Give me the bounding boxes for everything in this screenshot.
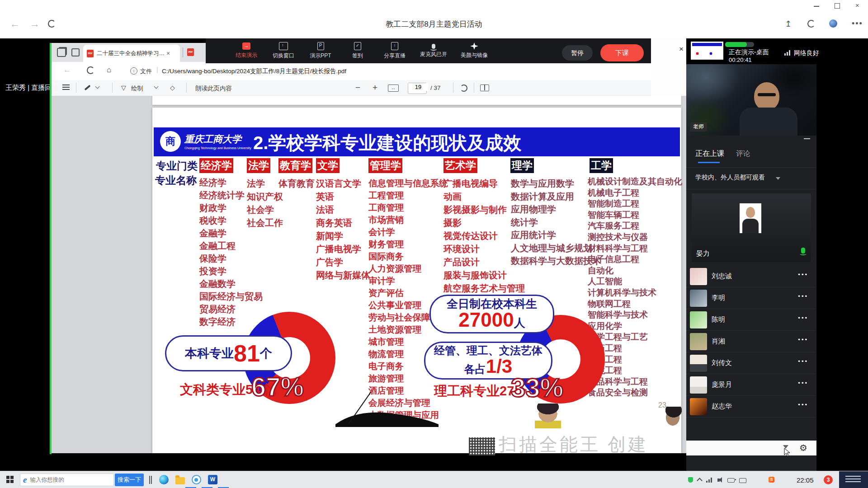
page-number-field[interactable] <box>408 83 428 91</box>
maximize-button[interactable] <box>835 3 840 9</box>
remote-reload-icon[interactable] <box>87 66 94 74</box>
app-icon[interactable] <box>175 477 185 484</box>
collapse-icon[interactable] <box>804 138 810 139</box>
participant-more-icon[interactable]: ••• <box>798 336 808 343</box>
eraser-icon[interactable]: ◇ <box>170 84 175 91</box>
rotate-icon[interactable] <box>460 84 467 92</box>
zoom-in-pdf-icon[interactable]: + <box>373 83 377 93</box>
participant-row[interactable]: 刘传文 ••• <box>686 352 816 374</box>
participant-more-icon[interactable]: ••• <box>798 293 808 300</box>
notification-badge[interactable]: 3 <box>824 475 833 484</box>
presenter-tool[interactable]: 麦克风已开 <box>420 43 447 58</box>
major-item: 投资学 <box>199 265 263 277</box>
slide-thumbnail[interactable] <box>691 42 723 60</box>
participant-more-icon[interactable]: ••• <box>798 358 808 365</box>
profile-avatar-icon[interactable] <box>829 19 837 28</box>
page-view-icon[interactable] <box>480 84 489 91</box>
participant-more-icon[interactable]: ••• <box>798 380 808 386</box>
teacher-webcam[interactable]: 老师 <box>686 64 816 136</box>
zoom-out-icon[interactable]: − <box>355 83 360 93</box>
more-menu-icon[interactable]: ••• <box>852 19 863 28</box>
presenter-tool[interactable]: 签到 <box>346 42 369 60</box>
scanner-watermark: 扫描全能王 创建 <box>499 432 648 457</box>
presenter-tool[interactable]: 美颜与镜像 <box>461 42 488 59</box>
slide-title: 2.学校学科专业建设的现状及成效 <box>253 131 521 155</box>
toc-icon[interactable] <box>62 84 70 90</box>
toolbar-close-icon[interactable]: × <box>679 45 684 54</box>
participant-more-icon[interactable]: ••• <box>798 314 808 321</box>
gear-icon[interactable]: ⚙ <box>799 442 807 453</box>
draw-icon[interactable]: ▽ <box>121 84 126 91</box>
sogou-input-icon[interactable] <box>769 477 774 483</box>
participant-row[interactable]: 肖湘 ••• <box>686 331 816 352</box>
page-total-label: / 37 <box>430 84 441 91</box>
major-item: 汉语言文学 <box>316 177 370 190</box>
remote-back-icon[interactable]: ← <box>63 66 71 75</box>
tray-icon[interactable] <box>697 478 703 483</box>
presenter-tool[interactable]: 演示PPT <box>309 42 332 60</box>
presenter-tool[interactable]: 分享直播 <box>383 42 406 60</box>
back-icon[interactable]: ← <box>10 18 20 30</box>
dismiss-class-button[interactable]: 下课 <box>600 44 644 61</box>
tab-preview-icon[interactable] <box>71 48 80 56</box>
tray-icon[interactable] <box>727 478 735 483</box>
clock[interactable]: 22:05 <box>797 476 814 484</box>
pause-button[interactable]: 暂停 <box>562 45 593 61</box>
minimize-button[interactable] <box>814 6 819 7</box>
search-input[interactable] <box>29 476 111 483</box>
read-aloud-button[interactable]: 朗读此页内容 <box>195 84 232 93</box>
participant-more-icon[interactable]: ••• <box>798 271 808 278</box>
page-number-input[interactable] <box>408 83 427 94</box>
participant-row[interactable]: 刘忠诚 ••• <box>686 266 816 287</box>
browser-tab[interactable]: PDF 二十届三中全会精神学习.pdf × <box>83 45 180 62</box>
tab-in-class[interactable]: 正在上课 <box>695 149 724 159</box>
second-tab-pdf-favicon[interactable]: PDF <box>187 48 194 56</box>
tab-close-icon[interactable]: × <box>166 50 170 57</box>
callout-text: 个 <box>260 345 272 361</box>
app-icon[interactable] <box>192 475 201 484</box>
participant-more-icon[interactable]: ••• <box>798 401 808 408</box>
sync-icon[interactable] <box>807 20 815 28</box>
start-button[interactable] <box>6 476 14 483</box>
tab-divider <box>183 47 183 57</box>
visibility-dropdown[interactable]: 学校内、外人员都可观看 <box>695 174 765 182</box>
participant-row[interactable]: 庞景月 ••• <box>686 374 816 396</box>
tray-icon[interactable] <box>688 477 693 483</box>
featured-participant-tile[interactable]: 晏力 <box>692 193 811 262</box>
reload-icon[interactable] <box>48 20 56 28</box>
participant-row[interactable]: 李明 ••• <box>686 287 816 309</box>
tab-comments[interactable]: 评论 <box>736 149 750 159</box>
tray-icon[interactable] <box>717 479 720 482</box>
participant-row[interactable]: 赵志华 ••• <box>686 396 816 418</box>
search-button[interactable]: 搜索一下 <box>115 474 144 486</box>
presenter-tool[interactable]: 结束演示 <box>235 42 258 59</box>
app-icon[interactable] <box>159 475 169 484</box>
tray-icon[interactable] <box>739 478 746 483</box>
tab-stack-icon[interactable] <box>57 48 66 57</box>
page-info-icon[interactable]: i <box>130 67 137 75</box>
search-box[interactable]: e <box>20 474 114 486</box>
mic-on-icon[interactable] <box>801 248 805 253</box>
url-text[interactable]: C:/Users/wang-bo/Desktop/2024支部工作/8月主题党日… <box>162 67 637 75</box>
tab-title: 二十届三中全会精神学习.pdf <box>97 50 165 57</box>
tray-icon[interactable] <box>706 478 712 483</box>
callout-value: 1/3 <box>486 356 512 377</box>
chevron-down-icon[interactable] <box>776 177 780 180</box>
close-button[interactable]: × <box>855 1 859 9</box>
app-icon[interactable] <box>208 475 217 484</box>
home-icon[interactable]: ⌂ <box>107 66 111 75</box>
participant-avatar <box>690 333 707 350</box>
notification-center[interactable] <box>839 471 868 488</box>
slide-page: 商 重庆工商大学 Chongqing Technology and Busine… <box>152 108 681 453</box>
presenter-tool-icon <box>432 44 435 49</box>
share-icon[interactable]: ↥ <box>785 19 792 29</box>
major-item: 工商管理 <box>368 202 448 214</box>
fit-width-icon[interactable]: ↔ <box>388 84 399 92</box>
major-item: 机械设计制造及其自动化 <box>588 176 682 188</box>
major-item: 国际商务 <box>368 250 448 263</box>
participant-row[interactable]: 陈明 ••• <box>686 309 816 331</box>
draw-label[interactable]: 绘制 <box>131 84 143 93</box>
featured-avatar <box>740 203 761 233</box>
forward-icon[interactable]: → <box>30 18 40 30</box>
presenter-tool[interactable]: 切换窗口 <box>272 42 295 60</box>
